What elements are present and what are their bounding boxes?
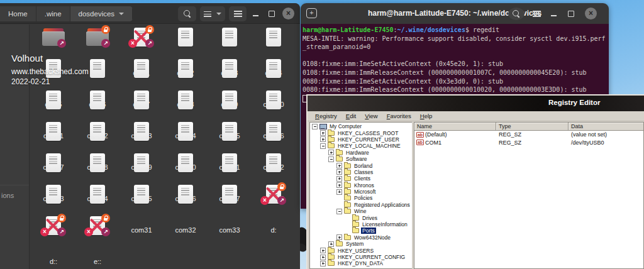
tree-item-classes[interactable]: Classes [310,169,412,175]
sidebar-item-other-locations-partial[interactable]: ions [1,192,14,199]
collapse-icon[interactable] [328,156,334,162]
expand-icon[interactable] [320,248,326,253]
file-item[interactable]: ×↗e:: [75,213,119,244]
tree-item-system[interactable]: System [310,241,412,247]
maximize-button[interactable] [268,8,275,18]
tree-item-microsoft[interactable]: Microsoft [310,189,412,195]
tree-item-borland[interactable]: Borland [310,162,412,168]
expand-icon[interactable] [328,150,334,155]
tree-item-policies[interactable]: Policies [310,195,412,201]
terminal-minimize-button[interactable] [550,8,557,18]
expand-icon[interactable] [336,189,342,195]
tree-item-hardware[interactable]: Hardware [310,150,412,156]
file-item[interactable]: com24 [75,150,119,182]
file-item[interactable]: ×↗d: [252,182,296,213]
app-menu-button[interactable] [229,6,247,21]
file-item[interactable]: com15 [208,87,252,119]
search-button[interactable] [178,6,196,21]
expand-icon[interactable] [336,182,342,188]
file-item[interactable]: com5 [31,56,75,87]
file-item[interactable]: com23 [31,150,75,182]
file-item[interactable]: ↗c: [31,25,75,56]
registry-value-row[interactable]: ab(Default)REG_SZ(value not set) [414,131,643,139]
file-item[interactable]: com30 [75,182,119,213]
tree-item-khronos[interactable]: Khronos [310,182,412,189]
file-item[interactable]: com8 [164,56,208,87]
file-item[interactable]: com25 [119,150,164,182]
registry-titlebar[interactable]: Registry Editor [308,96,644,111]
close-button[interactable]: × [282,8,294,19]
expand-icon[interactable] [328,241,334,247]
view-options-button[interactable] [200,6,225,21]
file-item[interactable]: com22 [252,119,296,150]
file-item[interactable]: com10 [252,56,296,87]
file-item[interactable]: com7 [119,56,164,87]
expand-icon[interactable] [336,176,342,182]
tree-item-hkey_classes_root[interactable]: HKEY_CLASSES_ROOT [310,129,412,136]
file-item[interactable]: com32 [164,182,208,213]
file-item[interactable]: com19 [119,119,164,150]
file-item[interactable]: com3 [208,25,252,56]
file-item[interactable]: ↗z: [75,25,119,56]
expand-icon[interactable] [336,234,342,240]
tree-item-licenseinformation[interactable]: LicenseInformation [310,221,412,228]
file-item[interactable]: com6 [75,56,119,87]
file-item[interactable]: com11 [31,87,75,119]
expand-icon[interactable] [336,163,342,168]
tree-item-hkey_current_config[interactable]: HKEY_CURRENT_CONFIG [310,254,412,260]
expand-icon[interactable] [320,261,326,266]
terminal-menu-button[interactable] [528,6,545,21]
menu-registry[interactable]: Registry [311,113,341,119]
file-item[interactable]: com12 [75,87,119,119]
collapse-icon[interactable] [312,124,318,129]
terminal-maximize-button[interactable] [567,8,575,18]
tree-item-hkey_users[interactable]: HKEY_USERS [310,247,412,253]
file-item[interactable]: ×↗d:: [31,213,75,244]
expand-icon[interactable] [320,255,326,260]
file-item[interactable]: com29 [31,182,75,213]
registry-value-row[interactable]: abCOM1REG_SZ/dev/ttyUSB0 [414,139,643,147]
tree-item-my-computer[interactable]: My Computer [310,123,412,129]
tree-item-software[interactable]: Software [310,156,412,162]
file-item[interactable]: com14 [164,87,208,119]
tree-item-wow6432node[interactable]: Wow6432Node [310,234,412,241]
terminal-search-button[interactable] [508,8,525,20]
expand-icon[interactable] [320,136,326,142]
file-item[interactable]: com17 [31,119,75,150]
collapse-icon[interactable] [336,209,342,214]
breadcrumb-segment-wine[interactable]: .wine [36,6,70,21]
menu-favorites[interactable]: Favorites [382,113,416,119]
file-item[interactable]: com9 [208,56,252,87]
file-item[interactable]: com33 [208,182,252,213]
file-item[interactable]: com2 [164,25,208,56]
column-header-type[interactable]: Type [496,123,569,131]
tree-item-hkey_current_user[interactable]: HKEY_CURRENT_USER [310,136,412,143]
column-header-data[interactable]: Data [569,123,644,131]
menu-help[interactable]: Help [416,113,437,119]
terminal-close-button[interactable]: × [585,8,597,19]
file-item[interactable]: com13 [119,87,164,119]
file-item[interactable]: com21 [208,119,252,150]
tree-item-drives[interactable]: Drives [310,214,412,221]
minimize-button[interactable] [252,8,259,18]
breadcrumb-segment-dosdevices[interactable]: dosdevices [70,6,133,21]
file-item[interactable]: com20 [164,119,208,150]
file-item[interactable]: com18 [75,119,119,150]
file-item[interactable]: com16 [252,87,296,119]
file-item[interactable]: ×↗com1 [119,25,164,56]
tree-item-hkey_local_machine[interactable]: HKEY_LOCAL_MACHINE [310,143,412,149]
tree-item-clients[interactable]: Clients [310,175,412,182]
file-item[interactable]: com26 [164,150,208,182]
tree-item-registered-applications[interactable]: Registered Applications [310,202,412,208]
tree-item-hkey_dyn_data[interactable]: HKEY_DYN_DATA [310,260,412,266]
tree-item-ports[interactable]: Ports [310,228,412,234]
file-item[interactable]: com27 [208,150,252,182]
collapse-icon[interactable] [320,143,326,149]
file-item[interactable]: com4 [252,25,296,56]
tree-item-wine[interactable]: Wine [310,208,412,214]
menu-edit[interactable]: Edit [341,113,360,119]
column-header-name[interactable]: Name [414,123,496,131]
breadcrumb-segment-Home[interactable]: Home [0,6,36,21]
expand-icon[interactable] [320,130,326,136]
file-item[interactable]: com28 [252,150,296,182]
